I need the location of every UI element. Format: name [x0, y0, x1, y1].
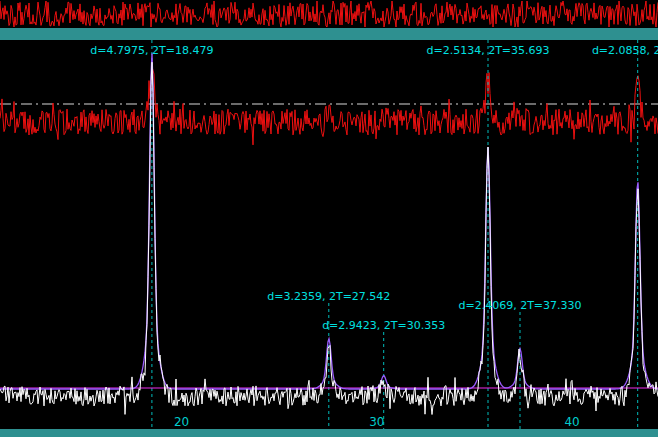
xrd-plot-canvas[interactable] [0, 0, 658, 437]
xrd-analysis-window: d=4.7975, 2T=18.479d=3.2359, 2T=27.542d=… [0, 0, 658, 437]
top-divider-bar [0, 28, 658, 40]
bottom-axis-bar [0, 429, 658, 437]
